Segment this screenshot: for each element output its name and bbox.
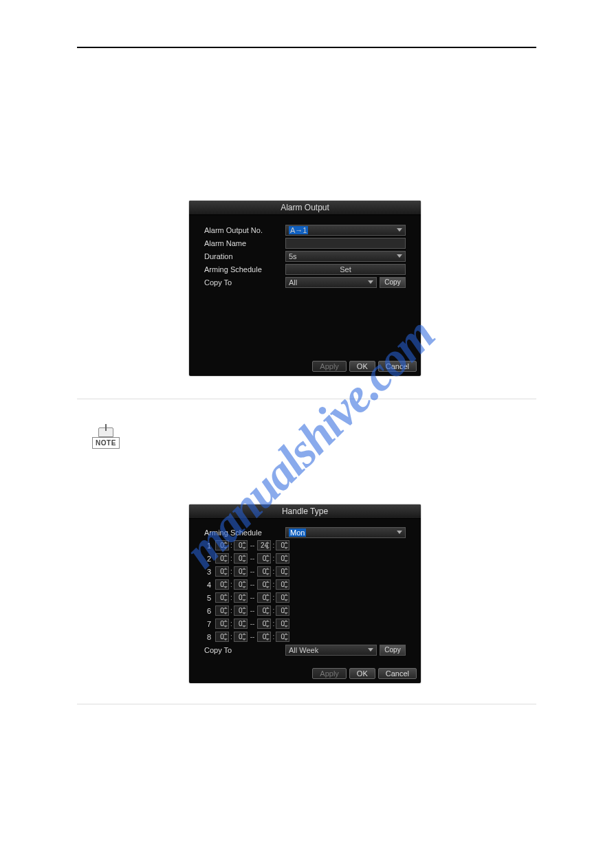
time-spinner[interactable]: 0 [215, 579, 229, 590]
colon: : [272, 555, 274, 562]
ok-button[interactable]: OK [349, 361, 375, 372]
row-number: 3 [204, 568, 211, 576]
spinner-arrows-icon [265, 542, 270, 549]
select-duration[interactable]: 5s [285, 251, 406, 262]
spinner-arrows-icon [284, 555, 288, 562]
time-spinner[interactable]: 24 [257, 540, 271, 550]
dash: -- [249, 620, 256, 627]
time-spinner[interactable]: 0 [234, 605, 248, 616]
time-spinner[interactable]: 0 [215, 619, 229, 629]
spinner-arrows-icon [242, 633, 246, 641]
separator-rule [77, 704, 536, 704]
time-spinner[interactable]: 0 [215, 592, 229, 603]
row-number: 4 [204, 581, 211, 589]
colon: : [272, 620, 274, 627]
time-spinner[interactable]: 0 [257, 592, 271, 603]
select-copy-to[interactable]: All [285, 277, 377, 288]
spinner-arrows-icon [223, 620, 228, 627]
colon: : [272, 633, 274, 641]
time-spinner[interactable]: 0 [234, 540, 248, 550]
label-alarm-name: Alarm Name [204, 239, 285, 247]
cancel-button[interactable]: Cancel [378, 361, 417, 372]
dialog-body: Alarm Output No. A→1 Alarm Name Duration… [189, 215, 421, 289]
spinner-arrows-icon [223, 542, 228, 549]
time-spinner[interactable]: 0 [276, 553, 289, 564]
colon: : [230, 581, 232, 588]
time-spinner[interactable]: 0 [257, 553, 271, 564]
time-spinner[interactable]: 0 [215, 632, 229, 642]
spinner-arrows-icon [265, 594, 270, 601]
dialog-title: Handle Type [189, 504, 421, 519]
time-spinner[interactable]: 0 [234, 553, 248, 564]
select-alarm-output-no[interactable]: A→1 [285, 225, 406, 236]
chevron-down-icon [368, 648, 373, 652]
set-button[interactable]: Set [285, 264, 406, 275]
time-spinner[interactable]: 0 [276, 566, 289, 577]
time-spinner[interactable]: 0 [215, 566, 229, 577]
time-spinner[interactable]: 0 [276, 540, 289, 550]
ok-button[interactable]: OK [349, 668, 375, 679]
apply-button[interactable]: Apply [312, 361, 347, 372]
note-icon: NOTE [92, 427, 120, 454]
dialog-body: Arming Schedule Mon 10:0--24:020:0--0:03… [189, 519, 421, 656]
spinner-arrows-icon [242, 555, 246, 562]
spinner-arrows-icon [223, 568, 228, 575]
chevron-down-icon [397, 531, 402, 534]
time-spinner[interactable]: 0 [234, 619, 248, 629]
spinner-arrows-icon [284, 542, 288, 549]
time-spinner[interactable]: 0 [257, 605, 271, 616]
colon: : [230, 542, 232, 549]
time-spinner[interactable]: 0 [276, 619, 289, 629]
row-arming-schedule: Arming Schedule Set [204, 263, 406, 276]
colon: : [230, 607, 232, 614]
schedule-row: 30:0--0:0 [204, 565, 406, 578]
time-spinner[interactable]: 0 [257, 566, 271, 577]
time-spinner[interactable]: 0 [276, 592, 289, 603]
select-copy-to[interactable]: All Week [285, 645, 377, 656]
time-spinner[interactable]: 0 [234, 592, 248, 603]
dash: -- [249, 633, 256, 641]
time-spinner[interactable]: 0 [257, 579, 271, 590]
copy-button[interactable]: Copy [380, 277, 406, 288]
schedule-rows: 10:0--24:020:0--0:030:0--0:040:0--0:050:… [204, 539, 406, 643]
label-alarm-output-no: Alarm Output No. [204, 226, 285, 234]
input-alarm-name[interactable] [285, 238, 406, 249]
spinner-arrows-icon [242, 607, 246, 614]
select-value: 5s [289, 252, 297, 260]
time-spinner[interactable]: 0 [276, 605, 289, 616]
chevron-down-icon [368, 280, 373, 284]
apply-button[interactable]: Apply [312, 668, 347, 679]
time-spinner[interactable]: 0 [234, 632, 248, 642]
row-arming-schedule: Arming Schedule Mon [204, 526, 406, 539]
label-copy-to: Copy To [204, 646, 285, 654]
colon: : [272, 568, 274, 575]
colon: : [272, 594, 274, 601]
time-spinner[interactable]: 0 [215, 553, 229, 564]
schedule-row: 60:0--0:0 [204, 604, 406, 617]
row-number: 2 [204, 555, 211, 563]
time-spinner[interactable]: 0 [276, 632, 289, 642]
row-number: 7 [204, 620, 211, 628]
spinner-arrows-icon [265, 607, 270, 614]
schedule-row: 80:0--0:0 [204, 630, 406, 643]
spinner-arrows-icon [265, 620, 270, 627]
cancel-button[interactable]: Cancel [378, 668, 417, 679]
select-day[interactable]: Mon [285, 527, 406, 538]
spinner-arrows-icon [223, 594, 228, 601]
time-spinner[interactable]: 0 [257, 632, 271, 642]
schedule-row: 20:0--0:0 [204, 552, 406, 565]
time-spinner[interactable]: 0 [257, 619, 271, 629]
chevron-down-icon [397, 254, 402, 258]
spinner-arrows-icon [242, 620, 246, 627]
time-spinner[interactable]: 0 [234, 579, 248, 590]
spinner-arrows-icon [265, 581, 270, 588]
time-spinner[interactable]: 0 [215, 540, 229, 550]
spinner-arrows-icon [223, 633, 228, 641]
copy-button[interactable]: Copy [380, 645, 406, 656]
time-spinner[interactable]: 0 [276, 579, 289, 590]
time-spinner[interactable]: 0 [234, 566, 248, 577]
label-arming-schedule: Arming Schedule [204, 265, 285, 274]
dialog-footer: Apply OK Cancel [312, 668, 417, 679]
time-spinner[interactable]: 0 [215, 605, 229, 616]
colon: : [230, 555, 232, 562]
